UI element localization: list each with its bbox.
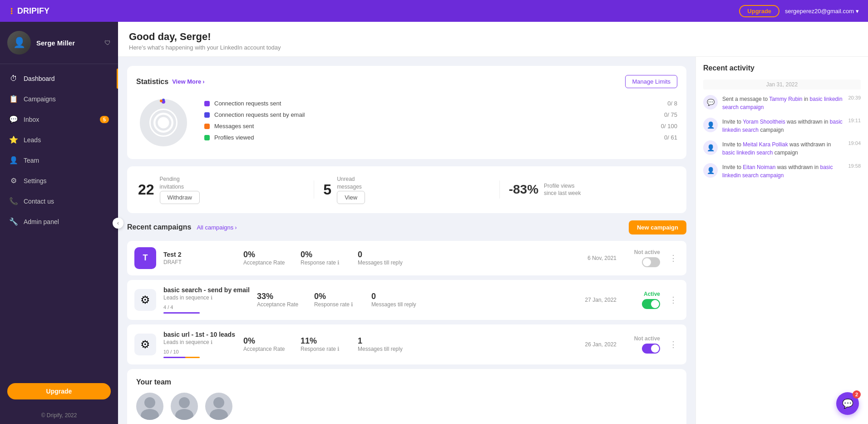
activity-time: 19:58 xyxy=(848,163,861,169)
campaign-messages-reply: 1 Messages till reply xyxy=(358,336,408,352)
activity-title: Recent activity xyxy=(703,64,861,72)
statistics-header: Statistics View More › Manage Limits xyxy=(136,75,677,88)
stat-item-connection-requests: Connection requests sent 0/ 8 xyxy=(204,100,677,107)
campaign-more-menu[interactable]: ⋮ xyxy=(667,295,679,305)
campaign-draft-status: DRAFT xyxy=(163,259,236,265)
campaign-toggle[interactable] xyxy=(642,257,660,267)
content-area: Good day, Serge! Here's what's happening… xyxy=(118,22,868,424)
sidebar-item-leads[interactable]: ⭐ Leads xyxy=(0,130,118,150)
sidebar-item-admin-panel[interactable]: 🔧 Admin panel xyxy=(0,211,118,232)
activity-text: Sent a message to Tammy Rubin in basic l… xyxy=(722,95,843,111)
campaign-toggle[interactable] xyxy=(642,344,660,354)
sidebar-item-team[interactable]: 👤 Team xyxy=(0,150,118,170)
manage-limits-button[interactable]: Manage Limits xyxy=(625,75,677,88)
sidebar-item-settings[interactable]: ⚙ Settings xyxy=(0,170,118,191)
activity-link[interactable]: Meital Kara Polliak xyxy=(743,141,788,148)
dashboard-icon: ⏱ xyxy=(9,75,18,83)
all-campaigns-link[interactable]: All campaigns › xyxy=(197,224,237,231)
sidebar-item-inbox[interactable]: 💬 Inbox 5 xyxy=(0,109,118,130)
metric-pending: 22 Pendinginvitations Withdraw xyxy=(138,175,305,204)
activity-link[interactable]: basic linkedin search campaign xyxy=(722,164,833,179)
withdraw-button[interactable]: Withdraw xyxy=(160,191,200,204)
sidebar-item-dashboard[interactable]: ⏱ Dashboard xyxy=(0,69,118,89)
profile-views-label: Profile viewssince last week xyxy=(544,182,581,198)
campaign-name: basic search - send by email xyxy=(163,286,250,294)
donut-chart xyxy=(136,95,191,150)
activity-text: Invite to Meital Kara Polliak was withdr… xyxy=(722,140,843,157)
statistics-title: Statistics View More › xyxy=(136,78,205,86)
team-member-avatar xyxy=(136,393,163,420)
activity-item: 👤 Invite to Eitan Noiman was withdrawn i… xyxy=(703,163,861,180)
greeting-subtitle: Here's what's happening with your Linked… xyxy=(129,44,857,51)
sidebar-item-label: Inbox xyxy=(24,116,39,123)
sidebar-item-label: Campaigns xyxy=(24,95,56,103)
chevron-down-icon: ▾ xyxy=(856,8,859,15)
campaign-more-menu[interactable]: ⋮ xyxy=(667,253,679,263)
sidebar-item-label: Team xyxy=(24,157,39,164)
upgrade-top-button[interactable]: Upgrade xyxy=(739,5,779,17)
pending-count: 22 xyxy=(138,181,154,198)
team-title: Your team xyxy=(136,378,677,386)
team-icon: 👤 xyxy=(9,156,18,165)
campaign-date: 26 Jan, 2022 xyxy=(576,341,616,348)
upgrade-sidebar-button[interactable]: Upgrade xyxy=(7,383,111,399)
activity-link[interactable]: basic linkedin search xyxy=(722,150,773,156)
campaign-icon-gear2: ⚙ xyxy=(134,334,156,355)
campaign-status-badge: Not active xyxy=(624,335,660,342)
campaign-more-menu[interactable]: ⋮ xyxy=(667,339,679,349)
logo-text: DRIPIFY xyxy=(17,6,49,16)
sidebar-item-campaigns[interactable]: 📋 Campaigns xyxy=(0,89,118,109)
view-more-link[interactable]: View More › xyxy=(172,78,204,85)
page-header: Good day, Serge! Here's what's happening… xyxy=(118,22,868,57)
campaign-acceptance: 0% Acceptance Rate xyxy=(243,336,293,352)
unread-count: 5 xyxy=(323,181,331,198)
activity-time: 19:04 xyxy=(848,140,861,146)
campaign-name: basic url - 1st - 10 leads xyxy=(163,331,236,338)
campaign-row: ⚙ basic search - send by email Leads in … xyxy=(127,280,686,320)
campaign-info: basic url - 1st - 10 leads Leads in sequ… xyxy=(163,331,236,358)
campaign-status-badge: Not active xyxy=(624,249,660,255)
user-email-dropdown[interactable]: sergeperez20@gmail.com ▾ xyxy=(785,8,859,15)
chat-icon: 💬 xyxy=(842,398,853,409)
view-button[interactable]: View xyxy=(337,191,365,204)
stat-label: Connection requests sent by email xyxy=(214,111,305,118)
greeting-title: Good day, Serge! xyxy=(129,31,857,43)
activity-link[interactable]: Tammy Rubin xyxy=(769,96,802,102)
inbox-icon: 💬 xyxy=(9,115,18,124)
activity-link[interactable]: Yoram Shooltheis xyxy=(743,119,785,125)
activity-icon-message: 💬 xyxy=(703,95,718,110)
campaign-toggle[interactable] xyxy=(642,299,660,309)
campaign-messages-reply: 0 Messages till reply xyxy=(371,292,421,308)
statistics-card: Statistics View More › Manage Limits xyxy=(127,66,686,159)
main-layout: 👤 Serge Miller 🛡 ⏱ Dashboard 📋 Campaigns… xyxy=(0,22,868,424)
campaign-info: basic search - send by email Leads in se… xyxy=(163,286,250,314)
campaign-leads-status: Leads in sequence ℹ xyxy=(163,339,236,345)
sidebar-collapse-button[interactable]: ‹ xyxy=(113,218,123,229)
metric-profile-views: -83% Profile viewssince last week xyxy=(509,182,676,198)
avatar: 👤 xyxy=(7,31,31,55)
contact-icon: 📞 xyxy=(9,197,18,205)
sidebar-item-contact-us[interactable]: 📞 Contact us xyxy=(0,191,118,211)
campaign-icon-gear: ⚙ xyxy=(134,289,156,311)
stat-item-messages: Messages sent 0/ 100 xyxy=(204,123,677,130)
sidebar-footer: © Dripify, 2022 xyxy=(0,407,118,424)
unread-label: Unreadmessages xyxy=(337,175,365,191)
new-campaign-button[interactable]: New campaign xyxy=(629,220,686,234)
activity-date: Jan 31, 2022 xyxy=(703,80,861,90)
copyright-text: © Dripify, 2022 xyxy=(41,412,77,419)
team-avatars xyxy=(136,393,677,420)
stat-value: 0/ 100 xyxy=(661,123,677,130)
settings-icon: ⚙ xyxy=(9,176,18,185)
campaign-acceptance: 0% Acceptance Rate xyxy=(243,250,293,266)
user-email-text: sergeperez20@gmail.com xyxy=(785,8,854,15)
recent-activity-panel: Recent activity Jan 31, 2022 💬 Sent a me… xyxy=(695,57,868,424)
activity-link[interactable]: Eitan Noiman xyxy=(743,164,775,170)
stat-label: Profiles viewed xyxy=(214,134,254,141)
campaigns-icon: 📋 xyxy=(9,95,18,103)
campaign-date: 27 Jan, 2022 xyxy=(576,297,616,303)
sidebar-item-label: Dashboard xyxy=(24,75,55,82)
chat-bubble-button[interactable]: 💬 2 xyxy=(836,392,859,415)
campaign-row: T Test 2 DRAFT 0% Acceptance Rate 0% Res… xyxy=(127,241,686,275)
logo: ⫶ DRIPIFY xyxy=(9,6,49,16)
inbox-badge: 5 xyxy=(100,116,109,123)
